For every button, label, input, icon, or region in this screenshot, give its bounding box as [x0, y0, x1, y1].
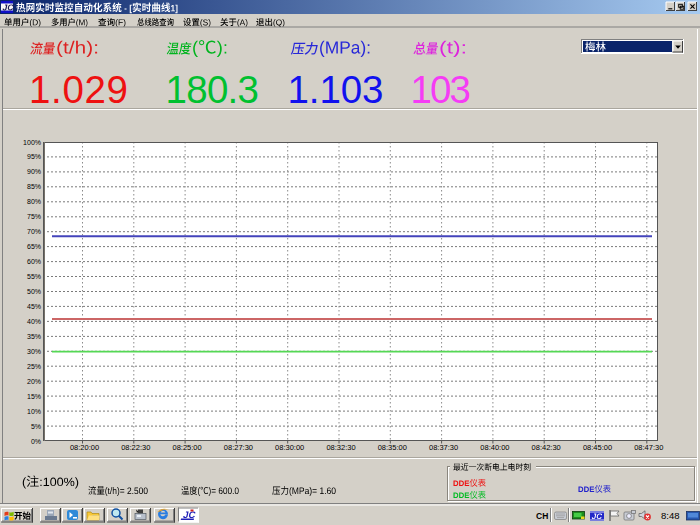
svg-text:50%: 50% [27, 288, 41, 295]
svg-text:08:20:00: 08:20:00 [70, 443, 99, 452]
svg-text:08:35:00: 08:35:00 [378, 443, 407, 452]
svg-text:85%: 85% [27, 183, 41, 190]
svg-text:100%: 100% [23, 139, 41, 146]
svg-text:103: 103 [411, 68, 472, 111]
svg-text:95%: 95% [27, 153, 41, 160]
svg-text:35%: 35% [27, 333, 41, 340]
svg-text:08:40:00: 08:40:00 [480, 443, 509, 452]
svg-text:08:25:00: 08:25:00 [172, 443, 201, 452]
svg-text:40%: 40% [27, 318, 41, 325]
svg-text:75%: 75% [27, 213, 41, 220]
svg-text:1.029: 1.029 [29, 68, 128, 111]
svg-text:25%: 25% [27, 363, 41, 370]
svg-text:55%: 55% [27, 273, 41, 280]
svg-text:90%: 90% [27, 168, 41, 175]
svg-text:08:32:30: 08:32:30 [326, 443, 355, 452]
svg-text:45%: 45% [27, 303, 41, 310]
svg-text:8:48: 8:48 [661, 510, 680, 521]
svg-text:08:45:00: 08:45:00 [583, 443, 612, 452]
svg-text:180.3: 180.3 [166, 68, 260, 111]
svg-text:5%: 5% [31, 423, 41, 430]
svg-text:1.103: 1.103 [288, 68, 384, 111]
svg-text:08:42:30: 08:42:30 [532, 443, 561, 452]
svg-text:20%: 20% [27, 378, 41, 385]
svg-text:15%: 15% [27, 393, 41, 400]
svg-text:CH: CH [536, 511, 548, 521]
svg-text:08:27:30: 08:27:30 [224, 443, 253, 452]
svg-text:08:22:30: 08:22:30 [121, 443, 150, 452]
svg-text:10%: 10% [27, 408, 41, 415]
svg-text:30%: 30% [27, 348, 41, 355]
svg-text:08:37:30: 08:37:30 [429, 443, 458, 452]
svg-text:0%: 0% [31, 438, 41, 445]
svg-text:08:30:00: 08:30:00 [275, 443, 304, 452]
svg-text:65%: 65% [27, 243, 41, 250]
svg-text:80%: 80% [27, 198, 41, 205]
svg-text:60%: 60% [27, 258, 41, 265]
svg-text:08:47:30: 08:47:30 [634, 443, 663, 452]
svg-text:70%: 70% [27, 228, 41, 235]
